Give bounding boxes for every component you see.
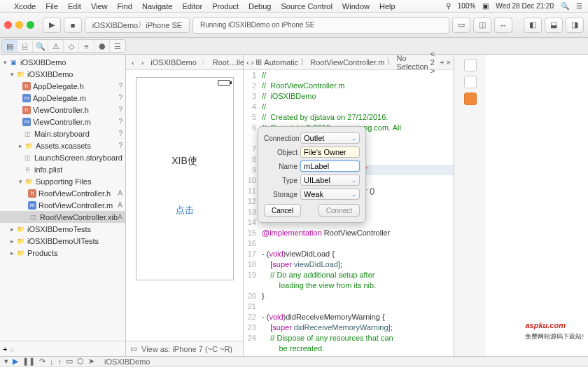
project-tree[interactable]: ▾▣ iOSXIBDemo ▾📁 iOSXIBDemo hAppDelegate… xyxy=(0,55,125,341)
file-inspector-tab[interactable] xyxy=(464,59,477,71)
uilabel-element[interactable]: XIB使 xyxy=(172,155,197,168)
window-controls xyxy=(4,21,34,29)
group-main[interactable]: ▾📁 iOSXIBDemo xyxy=(0,68,125,80)
type-select[interactable]: UILabel⌄ xyxy=(300,175,360,186)
file-item[interactable]: hAppDelegate.h? xyxy=(0,80,125,92)
step-into-icon[interactable]: ↓ xyxy=(50,357,54,366)
ib-canvas[interactable]: XIB使 点击 xyxy=(126,70,243,341)
folder-item[interactable]: ▸📁iOSXIBDemoTests xyxy=(0,223,125,235)
spotlight-icon[interactable]: 🔍 xyxy=(561,2,569,10)
connect-button[interactable]: Connect xyxy=(318,204,360,217)
menu-file[interactable]: File xyxy=(46,2,58,11)
connection-select[interactable]: Outlet⌄ xyxy=(300,132,360,144)
inspector-panel xyxy=(454,55,486,356)
menu-view[interactable]: View xyxy=(91,2,108,11)
issue-navigator-tab[interactable]: ⚠ xyxy=(48,40,64,53)
device-frame[interactable]: XIB使 点击 xyxy=(136,77,234,280)
file-item[interactable]: mAppDelegate.m? xyxy=(0,92,125,104)
file-item[interactable]: ◫LaunchScreen.storyboard xyxy=(0,151,125,163)
debug-view-icon[interactable]: ▭ xyxy=(66,357,73,366)
file-item[interactable]: ◫Main.storyboard? xyxy=(0,128,125,139)
project-root[interactable]: ▾▣ iOSXIBDemo xyxy=(0,56,125,68)
forward-button[interactable]: › xyxy=(139,58,147,67)
folder-item[interactable]: ▸📁Assets.xcassets? xyxy=(0,139,125,151)
menu-editor[interactable]: Editor xyxy=(182,2,202,11)
related-items-icon[interactable]: ⊞ xyxy=(255,57,262,67)
group-supporting[interactable]: ▾📁Supporting Files xyxy=(0,175,125,187)
menu-window[interactable]: Window xyxy=(342,2,370,11)
project-name: iOSXIBDemo xyxy=(20,58,66,67)
version-editor-button[interactable]: ↔ xyxy=(494,18,512,33)
run-button[interactable]: ▶ xyxy=(43,18,61,33)
menu-source-control[interactable]: Source Control xyxy=(281,2,332,11)
jump-bar-right[interactable]: ‹ › ⊞ Automatic〉 RootViewController.m〉 N… xyxy=(244,55,454,70)
scheme-device: iPhone SE xyxy=(146,21,182,29)
jump-bar-left[interactable]: ‹ › iOSXIBDemo〉 Root…ller.xib〉 View〉 L X… xyxy=(126,55,243,70)
notifications-icon[interactable]: ☰ xyxy=(576,2,582,10)
location-icon[interactable]: ➤ xyxy=(88,357,94,366)
view-as-label[interactable]: View as: iPhone 7 (~C ~R) xyxy=(141,345,232,353)
menu-edit[interactable]: Edit xyxy=(68,2,81,11)
object-library-icon[interactable] xyxy=(464,93,477,105)
memory-graph-icon[interactable]: ⬡ xyxy=(77,357,84,366)
file-item[interactable]: ⎘info.plist xyxy=(0,163,125,175)
menu-debug[interactable]: Debug xyxy=(248,2,271,11)
debug-navigator-tab[interactable]: ≡ xyxy=(79,40,94,53)
symbol-navigator-tab[interactable]: ⌸ xyxy=(18,40,33,53)
cancel-button[interactable]: Cancel xyxy=(264,204,301,217)
file-item-selected[interactable]: ◫RootViewController.xibA xyxy=(0,211,125,223)
canvas-bottom-bar: ▭ View as: iPhone 7 (~C ~R) xyxy=(126,341,243,356)
device-config-icon[interactable]: ▭ xyxy=(130,344,137,353)
line-gutter: 123456789101112131415161718192021222324 xyxy=(244,70,259,356)
storage-select[interactable]: Weak⌄ xyxy=(300,189,360,200)
step-over-icon[interactable]: ↷ xyxy=(39,357,46,366)
menu-find[interactable]: Find xyxy=(118,2,132,11)
back-button[interactable]: ‹ xyxy=(246,58,249,67)
uibutton-element[interactable]: 点击 xyxy=(176,204,194,217)
hide-debug-icon[interactable]: ▾ xyxy=(4,357,8,366)
project-navigator-tab[interactable]: ▤ xyxy=(2,40,18,53)
report-navigator-tab[interactable]: ☰ xyxy=(110,40,125,53)
interface-builder-editor: ‹ › iOSXIBDemo〉 Root…ller.xib〉 View〉 L X… xyxy=(126,55,244,356)
menu-help[interactable]: Help xyxy=(379,2,396,11)
folder-item[interactable]: ▸📁Products xyxy=(0,247,125,259)
menu-product[interactable]: Product xyxy=(212,2,239,11)
filter-field[interactable]: ⌕ xyxy=(10,345,122,353)
folder-item[interactable]: ▸📁iOSXIBDemoUITests xyxy=(0,235,125,247)
breakpoint-navigator-tab[interactable]: ⬣ xyxy=(94,40,110,53)
file-item[interactable]: hViewController.h? xyxy=(0,104,125,116)
menu-navigate[interactable]: Navigate xyxy=(142,2,172,11)
connection-label: Connection xyxy=(264,135,298,142)
stop-button[interactable]: ■ xyxy=(64,18,82,33)
add-button[interactable]: + xyxy=(3,345,7,353)
back-button[interactable]: ‹ xyxy=(129,58,137,67)
clock[interactable]: Wed 28 Dec 21:20 xyxy=(496,2,554,10)
test-navigator-tab[interactable]: ◇ xyxy=(64,40,79,53)
zoom-window-button[interactable] xyxy=(27,21,34,29)
file-item[interactable]: mRootViewController.mA xyxy=(0,199,125,211)
file-item[interactable]: mViewController.m? xyxy=(0,116,125,128)
scheme-selector[interactable]: iOSXIBDemo 〉 iPhone SE xyxy=(85,18,190,33)
close-window-button[interactable] xyxy=(4,21,12,29)
close-assistant-icon[interactable]: × xyxy=(447,58,451,67)
breakpoints-icon[interactable]: ▶ xyxy=(13,357,18,366)
name-input[interactable]: mLabel xyxy=(300,161,360,172)
find-navigator-tab[interactable]: 🔍 xyxy=(33,40,48,53)
debug-target[interactable]: iOSXIBDemo xyxy=(104,357,150,366)
toggle-inspector-button[interactable]: ◨ xyxy=(566,18,584,33)
scheme-chevron-icon: 〉 xyxy=(138,20,146,30)
wifi-icon[interactable]: ⚲ xyxy=(446,2,451,10)
minimize-window-button[interactable] xyxy=(15,21,23,29)
forward-button[interactable]: › xyxy=(251,58,254,67)
menu-xcode[interactable]: Xcode xyxy=(14,2,36,11)
assistant-editor-button[interactable]: ◫ xyxy=(473,18,491,33)
standard-editor-button[interactable]: ▭ xyxy=(452,18,470,33)
toggle-debug-button[interactable]: ⬓ xyxy=(545,18,563,33)
quick-help-tab[interactable] xyxy=(464,76,477,88)
add-assistant-icon[interactable]: + xyxy=(440,58,444,67)
continue-icon[interactable]: ❚❚ xyxy=(22,357,35,366)
file-item[interactable]: hRootViewController.hA xyxy=(0,187,125,199)
battery-icon xyxy=(218,80,230,86)
toggle-navigator-button[interactable]: ◧ xyxy=(524,18,542,33)
step-out-icon[interactable]: ↑ xyxy=(58,357,62,366)
